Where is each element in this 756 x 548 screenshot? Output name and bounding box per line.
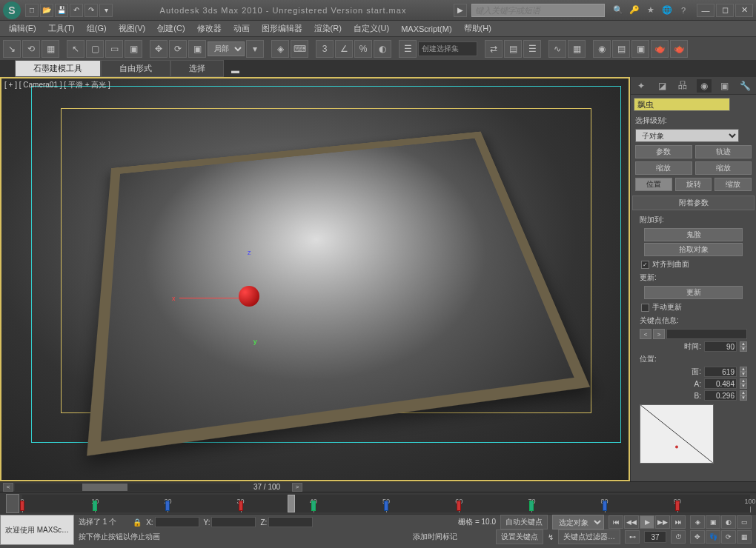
face-down-icon[interactable]: ▼ — [740, 372, 747, 377]
prev-key-button[interactable]: < — [640, 329, 651, 339]
slider-right-icon[interactable]: > — [292, 483, 302, 492]
angle-snap-icon[interactable]: ∠ — [335, 40, 353, 58]
auto-key-button[interactable]: 自动关键点 — [500, 515, 548, 529]
menu-customize[interactable]: 自定义(U) — [349, 21, 394, 36]
tab-freeform[interactable]: 自由形式 — [101, 60, 170, 77]
keyframe-0[interactable] — [20, 501, 24, 511]
unlink-icon[interactable]: ⟲ — [22, 40, 40, 58]
time-down-icon[interactable]: ▼ — [740, 347, 747, 352]
render-frame-icon[interactable]: ▣ — [631, 40, 649, 58]
time-slider-track[interactable] — [15, 484, 240, 491]
keyframe-40[interactable] — [311, 501, 316, 511]
selected-object-sphere[interactable] — [239, 286, 259, 307]
select-name-icon[interactable]: ▢ — [86, 40, 104, 58]
menu-modifiers[interactable]: 修改器 — [193, 21, 226, 36]
a-up-icon[interactable]: ▲ — [740, 378, 747, 384]
select-icon[interactable]: ↖ — [67, 40, 84, 58]
binoculars-icon[interactable]: 🔍 — [612, 4, 624, 16]
rotate-icon[interactable]: ⟳ — [169, 40, 187, 58]
object-name-input[interactable] — [634, 98, 730, 111]
modify-tab-icon[interactable]: ◪ — [654, 79, 669, 93]
edit-named-sets-icon[interactable]: ☰ — [399, 40, 417, 58]
keyframe-20[interactable] — [165, 501, 170, 511]
qat-dropdown-icon[interactable]: ▾ — [99, 4, 113, 17]
bind-spacewarp-icon[interactable]: ▦ — [42, 40, 59, 58]
time-config-icon[interactable]: ⏱ — [671, 530, 686, 544]
nav-zoom-all-icon[interactable]: ▣ — [706, 515, 720, 529]
key-filters-button[interactable]: 关键点过滤器… — [558, 529, 620, 544]
maximize-icon[interactable]: ◻ — [716, 4, 734, 17]
align-icon[interactable]: ▤ — [504, 40, 522, 58]
lock-icon[interactable]: 🔒 — [133, 518, 142, 527]
snap-toggle-icon[interactable]: 3 — [316, 40, 334, 58]
schematic-view-icon[interactable]: ▦ — [568, 40, 586, 58]
material-editor-icon[interactable]: ◉ — [593, 40, 611, 58]
hierarchy-tab-icon[interactable]: 品 — [675, 79, 690, 93]
transform-gizmo[interactable]: x y z — [239, 286, 259, 307]
menu-views[interactable]: 视图(V) — [114, 21, 150, 36]
keyframe-10[interactable] — [93, 501, 97, 511]
b-input[interactable] — [704, 390, 737, 401]
create-tab-icon[interactable]: ✦ — [634, 79, 649, 93]
scale-button-1[interactable]: 缩放 — [635, 161, 692, 175]
nav-pan-icon[interactable]: ✥ — [690, 530, 705, 544]
time-up-icon[interactable]: ▲ — [740, 341, 747, 347]
motion-tab-icon[interactable]: ◉ — [697, 79, 712, 93]
align-surface-checkbox[interactable]: ✓ — [641, 261, 649, 269]
scale-icon[interactable]: ▣ — [188, 40, 206, 58]
select-link-icon[interactable]: ↘ — [3, 40, 21, 58]
track-bar-toggle-icon[interactable] — [6, 494, 19, 513]
spinner-snap-icon[interactable]: ◐ — [374, 40, 391, 58]
select-region-icon[interactable]: ▭ — [105, 40, 123, 58]
goto-end-icon[interactable]: ⏭ — [671, 515, 686, 529]
layers-icon[interactable]: ☰ — [523, 40, 541, 58]
gizmo-x-axis[interactable]: x — [172, 295, 176, 302]
menu-group[interactable]: 组(G) — [82, 21, 111, 36]
manipulate-icon[interactable]: ◈ — [271, 40, 289, 58]
play-icon[interactable]: ▶ — [640, 515, 654, 529]
gizmo-z-axis[interactable]: z — [248, 249, 251, 256]
viewport-canvas[interactable]: x y z — [0, 77, 630, 481]
curve-editor-icon[interactable]: ∿ — [548, 40, 566, 58]
ghost-face-button[interactable]: 鬼脸 — [644, 228, 743, 241]
keyframe-30[interactable] — [239, 501, 243, 511]
help-icon[interactable]: ? — [677, 4, 689, 16]
window-crossing-icon[interactable]: ▣ — [125, 40, 142, 58]
menu-maxscript[interactable]: MAXScript(M) — [397, 23, 456, 35]
menu-tools[interactable]: 工具(T) — [44, 21, 79, 36]
keyframe-70[interactable] — [529, 501, 534, 511]
time-slider-thumb[interactable] — [82, 484, 127, 491]
tab-selection[interactable]: 选择 — [170, 60, 224, 77]
nav-maximize-icon[interactable]: ▦ — [737, 530, 752, 544]
prev-frame-icon[interactable]: ◀◀ — [624, 515, 639, 529]
redo-icon[interactable]: ↷ — [84, 4, 98, 17]
position-button[interactable]: 位置 — [635, 178, 672, 191]
new-icon[interactable]: □ — [25, 4, 39, 17]
time-slider-indicator[interactable] — [288, 495, 295, 512]
b-down-icon[interactable]: ▼ — [740, 395, 747, 401]
close-icon[interactable]: ✕ — [735, 4, 753, 17]
app-icon[interactable]: S — [3, 1, 21, 19]
key-filters-dropdown[interactable]: 选定对象 — [552, 515, 604, 529]
next-key-button[interactable]: > — [653, 329, 665, 339]
slider-left-icon[interactable]: < — [3, 483, 13, 492]
face-up-icon[interactable]: ▲ — [740, 367, 747, 372]
save-icon[interactable]: 💾 — [55, 4, 68, 17]
keyboard-shortcut-icon[interactable]: ⌨ — [291, 40, 308, 58]
nav-region-icon[interactable]: ▭ — [737, 515, 752, 529]
undo-icon[interactable]: ↶ — [70, 4, 83, 17]
scale-button[interactable]: 缩放 — [714, 178, 752, 191]
keyframe-80[interactable] — [603, 501, 607, 511]
scale-button-2[interactable]: 缩放 — [695, 161, 752, 175]
info-play-icon[interactable]: ▶ — [454, 4, 467, 17]
next-frame-icon[interactable]: ▶▶ — [655, 515, 670, 529]
tab-collapse-icon[interactable]: ▬ — [224, 64, 247, 77]
menu-animation[interactable]: 动画 — [229, 21, 254, 36]
open-icon[interactable]: 📂 — [40, 4, 53, 17]
viewport-label[interactable]: [ + ] [ Camera01 ] [ 平滑 + 高光 ] — [4, 80, 110, 90]
nav-orbit-icon[interactable]: ⟳ — [721, 530, 736, 544]
globe-icon[interactable]: 🌐 — [661, 4, 673, 16]
keyframe-90[interactable] — [675, 501, 680, 511]
goto-start-icon[interactable]: ⏮ — [609, 515, 623, 529]
tcb-curve-graph[interactable] — [640, 404, 714, 464]
